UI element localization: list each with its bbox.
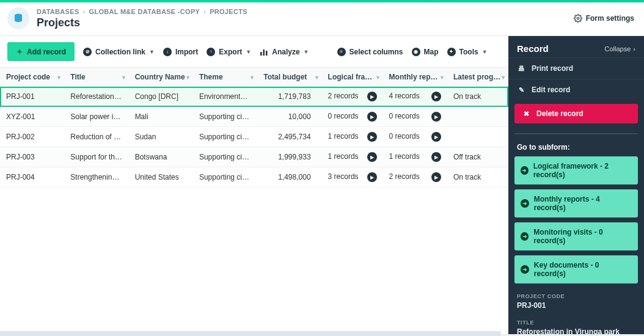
cell-country[interactable]: Botswana [129,147,193,167]
filter-icon[interactable]: ▾ [57,74,60,81]
filter-icon[interactable]: ▾ [441,74,444,81]
col-logical[interactable]: Logical framew…▾ [322,68,383,87]
col-project-code[interactable]: Project code▾ [0,68,64,87]
horizontal-scrollbar[interactable] [0,331,501,336]
cell-progress[interactable] [447,127,508,147]
tools-menu[interactable]: ✦ Tools ▼ [447,48,488,56]
map-button[interactable]: ◉ Map [412,48,439,56]
cell-theme[interactable]: Environmental c… [193,87,257,107]
cell-code[interactable]: XYZ-001 [0,107,64,127]
print-record-button[interactable]: 🖶 Print record [508,57,644,79]
analyze-menu[interactable]: Analyze ▼ [260,48,309,56]
field-label-project-code: PROJECT CODE [517,293,635,299]
cell-progress[interactable]: On track [447,167,508,188]
import-label: Import [175,48,198,56]
col-progress[interactable]: Latest progress▾ [447,68,508,87]
play-icon[interactable]: ▶ [367,152,377,162]
cell-code[interactable]: PRJ-004 [0,167,64,188]
export-menu[interactable]: ↑ Export ▼ [207,48,251,56]
filter-icon[interactable]: ▾ [186,74,189,81]
cell-country[interactable]: Congo [DRC] [129,87,193,107]
subform-link[interactable]: ➜Monthly reports - 4 record(s) [514,189,638,217]
cell-logical[interactable]: 1 records▶ [322,147,383,167]
delete-record-button[interactable]: ✖ Delete record [514,104,638,123]
cell-country[interactable]: United States [129,167,193,188]
cell-monthly[interactable]: 2 records▶ [383,167,447,188]
col-monthly[interactable]: Monthly reports▾ [383,68,447,87]
subform-link[interactable]: ➜Logical framework - 2 record(s) [514,156,638,184]
cell-budget[interactable]: 2,495,734 [257,127,321,147]
filter-icon[interactable]: ▾ [502,74,505,81]
breadcrumb-databases[interactable]: DATABASES [37,8,79,15]
play-icon[interactable]: ▶ [367,92,377,101]
play-icon[interactable]: ▶ [431,152,441,162]
cell-budget[interactable]: 1,999,933 [257,147,321,167]
cell-logical[interactable]: 2 records▶ [322,87,383,107]
subform-link-label: Key documents - 0 record(s) [534,261,632,278]
cell-theme[interactable]: Supporting civil s… [193,147,257,167]
columns-icon: ≡ [337,48,346,56]
cell-monthly[interactable]: 0 records▶ [383,107,447,127]
cell-monthly[interactable]: 4 records▶ [383,87,447,107]
filter-icon[interactable]: ▾ [122,74,125,81]
col-budget[interactable]: Total budget▾ [257,68,321,87]
play-icon[interactable]: ▶ [367,172,377,182]
cell-monthly[interactable]: 1 records▶ [383,147,447,167]
filter-icon[interactable]: ▾ [376,74,379,81]
delete-label: Delete record [536,109,584,118]
col-title[interactable]: Title▾ [64,68,128,87]
plus-icon: ＋ [16,46,23,57]
cell-code[interactable]: PRJ-001 [0,87,64,107]
play-icon[interactable]: ▶ [431,172,441,182]
cell-progress[interactable]: Off track [447,147,508,167]
cell-code[interactable]: PRJ-002 [0,127,64,147]
play-icon[interactable]: ▶ [367,132,377,142]
cell-theme[interactable]: Supporting civil s… [193,127,257,147]
cell-budget[interactable]: 1,498,000 [257,167,321,188]
cell-title[interactable]: Reduction of tens… [64,127,128,147]
play-icon[interactable]: ▶ [431,92,441,101]
table-row[interactable]: PRJ-004Strengthening ca…United StatesSup… [0,167,508,188]
cell-logical[interactable]: 3 records▶ [322,167,383,188]
cell-theme[interactable]: Supporting civil s… [193,107,257,127]
subform-link[interactable]: ➜Monitoring visits - 0 record(s) [514,222,638,250]
breadcrumb-database-name[interactable]: GLOBAL M&E DATABASE -COPY [89,8,200,15]
cell-monthly[interactable]: 0 records▶ [383,127,447,147]
collection-link-menu[interactable]: ⊘ Collection link ▼ [83,48,155,56]
breadcrumb-projects[interactable]: PROJECTS [210,8,247,15]
subform-link[interactable]: ➜Key documents - 0 record(s) [514,255,638,283]
form-settings-button[interactable]: Form settings [574,14,634,23]
cell-country[interactable]: Mali [129,107,193,127]
cell-title[interactable]: Solar power in Mali [64,107,128,127]
cell-progress[interactable]: On track [447,87,508,107]
edit-record-button[interactable]: ✎ Edit record [508,79,644,100]
col-country[interactable]: Country Name▾ [129,68,193,87]
filter-icon[interactable]: ▾ [315,74,318,81]
play-icon[interactable]: ▶ [367,112,377,122]
cell-progress[interactable] [447,107,508,127]
play-icon[interactable]: ▶ [431,132,441,142]
cell-code[interactable]: PRJ-003 [0,147,64,167]
table-row[interactable]: XYZ-001Solar power in MaliMaliSupporting… [0,107,508,127]
cell-budget[interactable]: 10,000 [257,107,321,127]
cell-theme[interactable]: Supporting civil s… [193,167,257,188]
table-row[interactable]: PRJ-003Support for the p…BotswanaSupport… [0,147,508,167]
cell-logical[interactable]: 1 records▶ [322,127,383,147]
add-record-button[interactable]: ＋ Add record [7,42,75,61]
select-columns-button[interactable]: ≡ Select columns [337,48,403,56]
table-row[interactable]: PRJ-001Reforestation in …Congo [DRC]Envi… [0,87,508,107]
cell-logical[interactable]: 0 records▶ [322,107,383,127]
cell-country[interactable]: Sudan [129,127,193,147]
play-icon[interactable]: ▶ [431,112,441,122]
filter-icon[interactable]: ▾ [251,74,254,81]
record-panel: Record Collapse › 🖶 Print record ✎ Edit … [508,36,644,334]
col-theme[interactable]: Theme▾ [193,68,257,87]
import-button[interactable]: ↓ Import [163,48,198,56]
table-row[interactable]: PRJ-002Reduction of tens…SudanSupporting… [0,127,508,147]
cell-budget[interactable]: 1,719,783 [257,87,321,107]
cell-title[interactable]: Support for the p… [64,147,128,167]
cell-title[interactable]: Reforestation in … [64,87,128,107]
cell-title[interactable]: Strengthening ca… [64,167,128,188]
collapse-button[interactable]: Collapse › [605,45,635,53]
form-settings-label: Form settings [586,14,634,23]
